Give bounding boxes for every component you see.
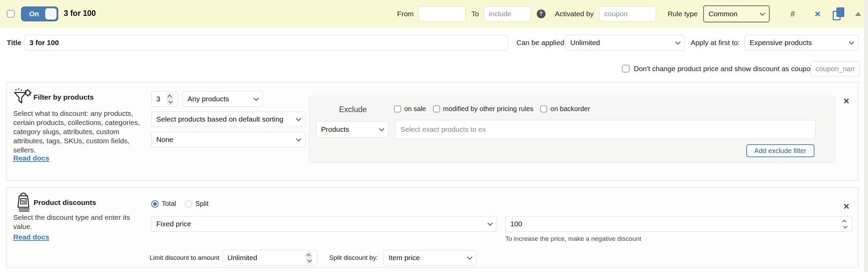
discount-type-select[interactable]: Fixed price [151,216,497,232]
discount-helper-text: To increase the price, make a negative d… [505,235,641,243]
chevron-down-icon [760,10,765,16]
filter-panel-close-icon[interactable]: × [843,96,849,106]
chevron-down-icon [488,220,493,226]
chevron-down-icon [296,116,301,121]
title-label: Title [7,35,21,50]
split-radio-label: Split [195,200,209,208]
split-radio[interactable] [185,200,192,208]
rule-type-label: Rule type [668,10,698,18]
sorting-select[interactable]: Select products based on default sorting [151,111,305,127]
exclude-backorder-option[interactable]: on backorder [540,105,590,113]
discount-mode-radio-group: Total Split [151,200,209,208]
discount-type-value: Fixed price [156,220,191,228]
discount-value-input[interactable]: 100 [505,216,852,232]
modified-label: modified by other pricing rules [443,105,534,113]
chevron-down-icon [675,39,681,44]
show-as-coupon-label: Don't change product price and show disc… [634,61,814,76]
chevron-down-icon [849,39,854,44]
exclude-label: Exclude [339,105,367,114]
filter-by-products-panel: Filter by products Select what to discou… [6,82,859,181]
copy-front-shape [836,7,844,17]
exclude-on-sale-option[interactable]: on sale [394,105,426,113]
quantity-stepper[interactable]: 3 [151,91,178,107]
filter-funnel-icon [13,88,33,107]
pricing-rule-screen: On 3 for 100 From To ? Activated by Rule… [0,0,868,272]
percent-glyph: % [21,199,25,204]
apply-first-value: Expensive products [750,39,812,47]
hash-icon[interactable]: # [791,9,795,19]
chevron-down-icon [296,136,301,141]
filter-panel-description: Select what to discount: any products, c… [13,109,152,154]
limit-discount-label: Limit discount to amount [150,250,219,266]
help-icon[interactable]: ? [537,9,546,18]
split-radio-option[interactable]: Split [185,200,209,208]
add-exclude-filter-button[interactable]: Add exclude filter [746,144,814,157]
apply-first-label: Apply at first to: [691,35,740,50]
modified-checkbox[interactable] [433,105,440,112]
filter-read-docs-link[interactable]: Read docs [13,154,49,162]
extra-filter-select[interactable]: None [151,132,305,147]
title-input[interactable] [24,35,508,50]
extra-filter-value: None [156,135,173,144]
split-by-label: Split discount by: [329,250,378,266]
exclude-type-value: Products [321,125,349,133]
rule-header-bar: On 3 for 100 From To ? Activated by Rule… [0,0,868,28]
rule-name: 3 for 100 [64,9,96,18]
discount-read-docs-link[interactable]: Read docs [13,233,49,241]
split-by-select[interactable]: Item price [383,250,477,266]
chevron-down-icon [254,95,259,101]
from-label: From [397,10,414,18]
discount-panel-close-icon[interactable]: × [843,201,849,211]
toggle-on-label: On [29,10,39,18]
exclude-type-select[interactable]: Products [316,121,389,138]
price-tag-icon: % [15,192,32,212]
total-radio-option[interactable]: Total [151,200,176,208]
apply-first-select[interactable]: Expensive products [745,35,859,50]
toggle-knob [45,8,57,20]
rule-enabled-toggle[interactable]: On [21,6,58,21]
can-be-applied-select[interactable]: Unlimited [565,35,685,50]
stepper-arrows-icon[interactable] [843,220,847,228]
product-discounts-panel: % Product discounts Select the discount … [6,187,859,268]
limit-discount-stepper[interactable]: Unlimited [222,250,317,266]
duplicate-rule-icon[interactable] [833,7,844,20]
backorder-label: on backorder [550,105,590,113]
scrollbar[interactable] [864,0,868,272]
on-sale-checkbox[interactable] [394,105,401,112]
sorting-value: Select products based on default sorting [156,115,283,123]
chevron-down-icon [379,126,384,131]
stepper-arrows-icon[interactable] [306,252,312,264]
rule-type-select[interactable]: Common [703,5,770,22]
can-be-applied-value: Unlimited [570,39,600,47]
delete-rule-icon[interactable]: × [814,9,821,19]
collapse-rule-icon[interactable] [855,12,861,16]
discount-panel-description: Select the discount type and enter its v… [13,213,150,231]
chevron-down-icon [467,254,473,259]
activated-by-input[interactable] [599,6,656,22]
stepper-arrows-icon[interactable] [167,93,173,105]
activated-by-label: Activated by [555,10,594,18]
quantity-value: 3 [156,95,160,103]
total-radio-label: Total [162,200,176,208]
total-radio[interactable] [151,200,159,208]
products-scope-select[interactable]: Any products [182,91,263,107]
filter-panel-heading: Filter by products [34,93,94,101]
discount-panel-heading: Product discounts [34,198,96,207]
to-input[interactable] [484,6,531,22]
products-scope-value: Any products [188,95,229,103]
backorder-checkbox[interactable] [540,105,547,112]
rule-select-checkbox[interactable] [7,10,15,18]
exclude-products-input[interactable] [395,120,816,139]
show-as-coupon-checkbox[interactable] [622,65,630,72]
can-be-applied-label: Can be applied [516,35,564,50]
discount-value: 100 [510,220,522,228]
rule-type-value: Common [709,10,737,18]
limit-discount-value: Unlimited [228,254,257,262]
from-input[interactable] [418,6,466,22]
on-sale-label: on sale [404,105,426,113]
exclude-checkbox-group: on sale modified by other pricing rules … [394,105,590,113]
coupon-name-input[interactable] [810,61,860,76]
to-label: To [471,10,479,18]
exclude-modified-option[interactable]: modified by other pricing rules [433,105,534,113]
rule-header-controls: From To ? Activated by Rule type Common … [397,0,861,28]
